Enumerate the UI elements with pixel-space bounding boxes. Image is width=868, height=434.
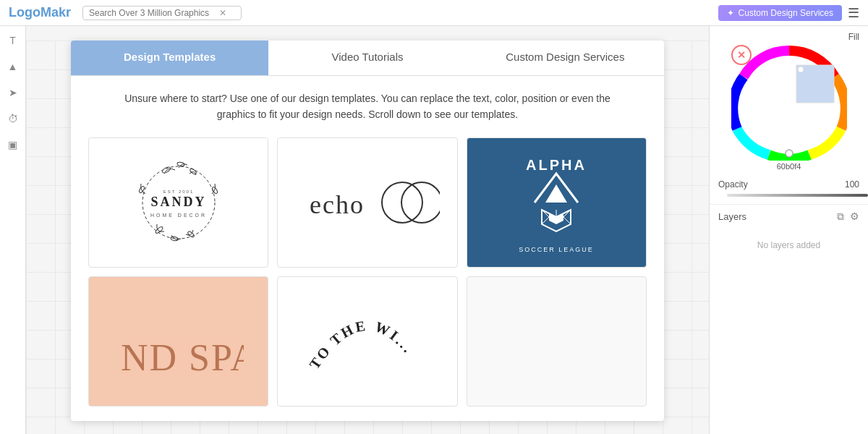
spa-logo-svg: ND SPA — [114, 305, 244, 378]
tab-video-tutorials[interactable]: Video Tutorials — [268, 41, 466, 75]
layers-header: Layers ⧉ ⚙ — [718, 210, 859, 223]
tab-custom-design[interactable]: Custom Design Services — [467, 41, 664, 75]
hex-value: 60b0f4 — [718, 162, 859, 171]
svg-text:SOCCER LEAGUE: SOCCER LEAGUE — [519, 246, 595, 253]
template-card-sandy[interactable]: SANDY EST 2001 HOME DECOR — [88, 137, 268, 268]
arrow-tool-icon[interactable]: ➤ — [4, 84, 22, 101]
color-wheel-container[interactable]: ✕ — [731, 45, 847, 161]
svg-text:HOME DECOR: HOME DECOR — [150, 213, 207, 218]
svg-text:ND SPA: ND SPA — [121, 337, 244, 378]
search-icon: ✕ — [219, 8, 226, 18]
navbar-right: ✦ Custom Design Services ☰ — [718, 5, 859, 21]
shape-tool-icon[interactable]: ▲ — [4, 58, 22, 75]
dialog-description: Unsure where to start? Use one of our de… — [88, 90, 647, 123]
svg-point-30 — [786, 150, 793, 157]
grid-background: Design Templates Video Tutorials Custom … — [26, 41, 709, 434]
history-tool-icon[interactable]: ⏱ — [4, 110, 22, 127]
search-input[interactable] — [89, 8, 219, 18]
layers-icons: ⧉ ⚙ — [837, 210, 859, 223]
svg-text:EST 2001: EST 2001 — [163, 190, 194, 194]
right-panel: Fill — [709, 26, 868, 434]
svg-text:SANDY: SANDY — [150, 195, 206, 209]
navbar: LogoMakr ✕ ✦ Custom Design Services ☰ — [0, 0, 868, 26]
main-area: Design Templates Video Tutorials Custom … — [26, 26, 709, 434]
svg-point-14 — [401, 182, 440, 223]
hamburger-icon[interactable]: ☰ — [848, 5, 859, 21]
svg-point-1 — [161, 166, 171, 174]
template-card-empty[interactable] — [467, 276, 647, 407]
template-card-alpha[interactable]: ALPHA SOCCER LEAGUE — [467, 137, 647, 268]
tab-bar: Design Templates Video Tutorials Custom … — [71, 41, 664, 76]
opacity-section: Opacity 100 — [710, 176, 868, 192]
layers-settings-icon[interactable]: ⚙ — [850, 210, 859, 223]
template-grid: SANDY EST 2001 HOME DECOR echo — [88, 137, 647, 407]
fill-section: Fill — [710, 26, 868, 176]
no-layers-text: No layers added — [718, 229, 859, 262]
color-close-button[interactable]: ✕ — [731, 45, 752, 65]
layer-tool-icon[interactable]: ▣ — [4, 136, 22, 153]
opacity-slider[interactable] — [727, 194, 868, 197]
template-card-spa[interactable]: ND SPA — [88, 276, 268, 407]
star-icon: ✦ — [727, 8, 734, 18]
alpha-logo-svg: ALPHA SOCCER LEAGUE — [498, 145, 614, 260]
svg-text:echo: echo — [310, 190, 365, 219]
svg-point-29 — [798, 67, 804, 72]
sandy-logo-svg: SANDY EST 2001 HOME DECOR — [128, 152, 229, 253]
template-card-wild[interactable]: TO THE WI... — [277, 276, 457, 407]
opacity-label: Opacity — [718, 179, 842, 190]
layers-section: Layers ⧉ ⚙ No layers added — [710, 204, 868, 268]
tab-design-templates[interactable]: Design Templates — [71, 41, 268, 75]
layers-label: Layers — [718, 211, 837, 222]
wild-logo-svg: TO THE WI... — [302, 298, 433, 385]
logo: LogoMakr — [9, 5, 71, 20]
template-card-echo[interactable]: echo — [277, 137, 457, 268]
svg-text:TO THE WI...: TO THE WI... — [306, 317, 417, 372]
echo-logo-svg: echo — [295, 166, 440, 239]
left-sidebar: T ▲ ➤ ⏱ ▣ — [0, 26, 26, 434]
custom-design-button[interactable]: ✦ Custom Design Services — [718, 5, 842, 21]
svg-line-20 — [563, 217, 571, 224]
svg-line-19 — [542, 217, 549, 224]
search-bar[interactable]: ✕ — [82, 6, 242, 20]
fill-label: Fill — [718, 32, 859, 42]
hex-text: 60b0f4 — [777, 162, 801, 171]
dialog-body: Unsure where to start? Use one of our de… — [71, 76, 664, 421]
text-tool-icon[interactable]: T — [4, 32, 22, 49]
layers-duplicate-icon[interactable]: ⧉ — [837, 210, 844, 223]
templates-dialog: Design Templates Video Tutorials Custom … — [71, 41, 664, 421]
svg-text:ALPHA: ALPHA — [526, 157, 587, 173]
opacity-value: 100 — [845, 179, 859, 190]
custom-design-label: Custom Design Services — [739, 8, 833, 18]
